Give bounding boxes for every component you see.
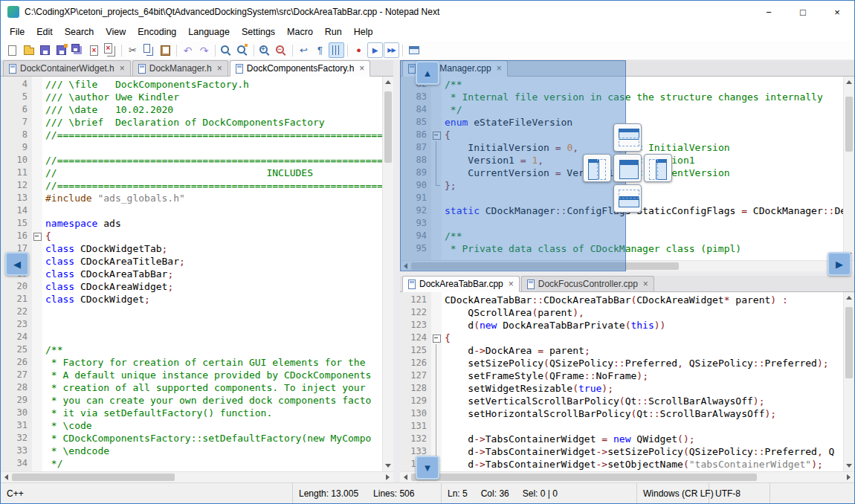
status-eol-format[interactable]: Windows (CR LF) bbox=[637, 483, 709, 503]
line-number: 123 bbox=[400, 319, 427, 332]
word-wrap-button[interactable]: ↩ bbox=[296, 42, 312, 58]
scroll-down-arrow[interactable] bbox=[844, 249, 854, 260]
menu-file[interactable]: File bbox=[4, 25, 30, 39]
scroll-up-arrow[interactable] bbox=[844, 292, 854, 303]
fold-cell bbox=[431, 458, 442, 471]
scroll-down-arrow[interactable] bbox=[383, 460, 393, 471]
line-number: 128 bbox=[400, 382, 427, 395]
fold-marker[interactable] bbox=[32, 230, 42, 242]
splitter-vertical[interactable] bbox=[393, 60, 400, 482]
tab-close-button[interactable]: × bbox=[359, 63, 364, 74]
close-file-icon: × bbox=[90, 45, 98, 56]
menu-language[interactable]: Language bbox=[182, 25, 236, 39]
play-macro-button[interactable]: ▶ bbox=[367, 42, 383, 58]
scrollbar-thumb[interactable] bbox=[411, 262, 679, 270]
scrollbar-thumb[interactable] bbox=[411, 474, 757, 481]
zoom-in-button[interactable]: + bbox=[257, 42, 273, 58]
fold-cell bbox=[32, 280, 42, 293]
tab-dockmanager-cpp[interactable]: DockManager.cpp× bbox=[402, 60, 508, 77]
tab-dockcontainerwidget-h[interactable]: DockContainerWidget.h× bbox=[3, 60, 131, 76]
code-view[interactable]: /// \file DockComponentsFactory.h/// \au… bbox=[42, 77, 382, 471]
indent-guide-button[interactable] bbox=[329, 42, 344, 58]
undo-button[interactable]: ↶ bbox=[180, 42, 196, 58]
vertical-scrollbar[interactable] bbox=[843, 292, 854, 471]
redo-button[interactable]: ↷ bbox=[196, 42, 212, 58]
menu-help[interactable]: Help bbox=[348, 25, 379, 39]
tab-close-button[interactable]: × bbox=[120, 63, 125, 74]
code-view[interactable]: CDockAreaTabBar::CDockAreaTabBar(CDockAr… bbox=[442, 292, 843, 471]
copy-button[interactable] bbox=[141, 42, 157, 58]
maximize-button[interactable]: □ bbox=[786, 1, 820, 23]
scroll-right-arrow[interactable] bbox=[382, 472, 393, 482]
scroll-left-arrow[interactable] bbox=[1, 472, 12, 482]
titlebar: C:\CodingXP\cetoni_projects_64bit\QtAdva… bbox=[1, 1, 854, 23]
save-all-button[interactable] bbox=[70, 42, 86, 58]
scroll-left-arrow[interactable] bbox=[400, 261, 411, 271]
app-icon bbox=[7, 6, 19, 18]
vertical-scrollbar[interactable] bbox=[843, 77, 854, 260]
code-line: //======================================… bbox=[45, 179, 382, 192]
scroll-right-arrow[interactable] bbox=[843, 261, 854, 271]
replace-button[interactable] bbox=[235, 42, 251, 58]
cut-button[interactable]: ✂ bbox=[125, 42, 141, 58]
horizontal-scrollbar[interactable] bbox=[400, 260, 854, 271]
open-file-button[interactable] bbox=[21, 42, 36, 58]
show-all-characters-button[interactable]: ¶ bbox=[312, 42, 328, 58]
tab-dockareatabbar-cpp[interactable]: DockAreaTabBar.cpp× bbox=[402, 276, 520, 292]
menu-macro[interactable]: Macro bbox=[281, 25, 319, 39]
line-number: 126 bbox=[400, 357, 427, 369]
menu-search[interactable]: Search bbox=[59, 25, 100, 39]
line-number: 121 bbox=[400, 294, 427, 306]
scrollbar-thumb[interactable] bbox=[845, 97, 853, 152]
horizontal-scrollbar[interactable] bbox=[1, 471, 393, 482]
scroll-up-arrow[interactable] bbox=[383, 77, 393, 88]
code-line: d->TabsContainerWidget = new QWidget(); bbox=[445, 433, 843, 445]
tab-dockcomponentsfactory-h[interactable]: DockComponentsFactory.h× bbox=[230, 60, 371, 77]
line-number: 11 bbox=[1, 167, 28, 179]
new-file-button[interactable] bbox=[4, 42, 20, 58]
line-number: 14 bbox=[1, 204, 28, 217]
scrollbar-thumb[interactable] bbox=[384, 91, 392, 163]
scroll-up-arrow[interactable] bbox=[844, 77, 854, 88]
close-button[interactable]: × bbox=[820, 1, 854, 23]
editor-area: 1211221231241251261271281291301311321331… bbox=[400, 292, 854, 471]
vertical-scrollbar[interactable] bbox=[382, 77, 393, 471]
menu-encoding[interactable]: Encoding bbox=[132, 25, 182, 39]
find-button[interactable] bbox=[219, 42, 234, 58]
paste-button[interactable] bbox=[158, 42, 173, 58]
tab-close-button[interactable]: × bbox=[643, 279, 648, 289]
status-cursor-position[interactable]: Ln: 5 Col: 36 Sel: 0 | 0 bbox=[442, 483, 637, 503]
record-macro-button[interactable]: ● bbox=[351, 42, 367, 58]
run-macro-multiple-button[interactable]: ▶▶ bbox=[384, 42, 399, 58]
close-file-button[interactable]: × bbox=[86, 42, 102, 58]
menu-settings[interactable]: Settings bbox=[236, 25, 281, 39]
tab-close-button[interactable]: × bbox=[217, 63, 222, 74]
menu-edit[interactable]: Edit bbox=[30, 25, 59, 39]
close-all-button[interactable]: × bbox=[103, 42, 118, 58]
fold-marker[interactable] bbox=[431, 332, 442, 344]
scrollbar-thumb[interactable] bbox=[12, 474, 175, 481]
status-language[interactable]: C++ bbox=[1, 483, 293, 503]
scrollbar-thumb[interactable] bbox=[845, 307, 853, 378]
menu-run[interactable]: Run bbox=[319, 25, 348, 39]
scroll-right-arrow[interactable] bbox=[843, 472, 854, 482]
code-view[interactable]: /** * Internal file version in case the … bbox=[442, 77, 843, 260]
save-copy-button[interactable] bbox=[54, 42, 69, 58]
status-encoding[interactable]: UTF-8 bbox=[709, 483, 770, 503]
tab-close-button[interactable]: × bbox=[497, 63, 502, 74]
move-to-other-view-button[interactable] bbox=[406, 42, 422, 58]
code-line: setSizePolicy(QSizePolicy::Preferred, QS… bbox=[445, 357, 843, 369]
tab-dockfocuscontroller-cpp[interactable]: DockFocusController.cpp× bbox=[521, 276, 654, 291]
move-to-other-view-icon bbox=[409, 46, 419, 54]
fold-marker[interactable] bbox=[431, 129, 442, 141]
scroll-down-arrow[interactable] bbox=[844, 460, 854, 471]
tab-close-button[interactable]: × bbox=[509, 279, 514, 289]
save-button[interactable] bbox=[37, 42, 53, 58]
scroll-left-arrow[interactable] bbox=[400, 472, 411, 482]
tab-dockmanager-h[interactable]: DockManager.h× bbox=[132, 60, 228, 76]
status-document-info[interactable]: Length: 13.005 Lines: 506 bbox=[293, 483, 442, 503]
zoom-out-button[interactable]: − bbox=[274, 42, 289, 58]
minimize-button[interactable]: − bbox=[752, 1, 786, 23]
horizontal-scrollbar[interactable] bbox=[400, 471, 854, 482]
menu-view[interactable]: View bbox=[100, 25, 132, 39]
